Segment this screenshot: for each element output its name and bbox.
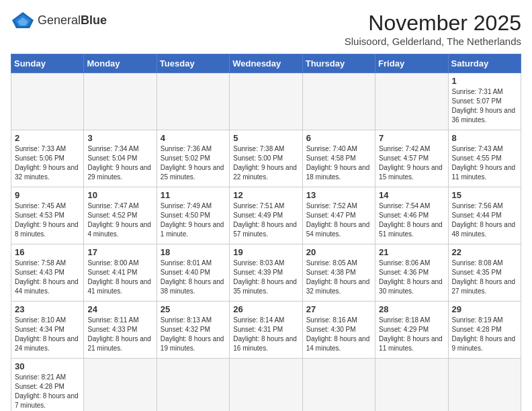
location: Sluisoord, Gelderland, The Netherlands xyxy=(345,36,521,47)
weekday-header-thursday: Thursday xyxy=(302,54,375,73)
day-number: 21 xyxy=(379,247,444,257)
calendar-cell: 5Sunrise: 7:38 AM Sunset: 5:00 PM Daylig… xyxy=(230,130,302,187)
day-number: 8 xyxy=(452,133,517,143)
day-number: 26 xyxy=(233,304,298,314)
calendar-cell: 14Sunrise: 7:54 AM Sunset: 4:46 PM Dayli… xyxy=(375,187,448,244)
calendar-cell xyxy=(302,359,375,412)
calendar-cell: 8Sunrise: 7:43 AM Sunset: 4:55 PM Daylig… xyxy=(448,130,521,187)
logo-text: GeneralBlue xyxy=(38,13,107,28)
calendar-cell xyxy=(157,359,229,412)
calendar-cell xyxy=(84,359,157,412)
day-info: Sunrise: 8:06 AM Sunset: 4:36 PM Dayligh… xyxy=(379,259,444,296)
calendar-table: SundayMondayTuesdayWednesdayThursdayFrid… xyxy=(11,54,521,411)
day-number: 10 xyxy=(87,190,152,200)
month-title: November 2025 xyxy=(345,11,521,36)
day-number: 1 xyxy=(452,76,517,86)
calendar-cell: 22Sunrise: 8:08 AM Sunset: 4:35 PM Dayli… xyxy=(448,244,521,302)
weekday-header-wednesday: Wednesday xyxy=(230,54,302,73)
day-info: Sunrise: 8:14 AM Sunset: 4:31 PM Dayligh… xyxy=(233,316,298,353)
weekday-header-monday: Monday xyxy=(84,54,157,73)
calendar-cell: 23Sunrise: 8:10 AM Sunset: 4:34 PM Dayli… xyxy=(11,302,84,359)
day-info: Sunrise: 8:11 AM Sunset: 4:33 PM Dayligh… xyxy=(87,316,152,353)
logo-icon xyxy=(11,11,35,30)
day-number: 24 xyxy=(87,304,152,314)
day-number: 25 xyxy=(161,304,226,314)
day-number: 30 xyxy=(15,361,80,371)
day-info: Sunrise: 7:34 AM Sunset: 5:04 PM Dayligh… xyxy=(87,144,152,182)
day-number: 4 xyxy=(161,133,226,143)
calendar-cell xyxy=(375,73,448,130)
calendar-cell: 13Sunrise: 7:52 AM Sunset: 4:47 PM Dayli… xyxy=(302,187,375,244)
weekday-header-sunday: Sunday xyxy=(11,54,84,73)
day-info: Sunrise: 8:18 AM Sunset: 4:29 PM Dayligh… xyxy=(379,316,444,353)
calendar-cell xyxy=(230,359,302,412)
week-row-4: 23Sunrise: 8:10 AM Sunset: 4:34 PM Dayli… xyxy=(11,302,521,359)
week-row-5: 30Sunrise: 8:21 AM Sunset: 4:28 PM Dayli… xyxy=(11,359,521,412)
day-number: 19 xyxy=(233,247,298,257)
day-info: Sunrise: 7:31 AM Sunset: 5:07 PM Dayligh… xyxy=(452,87,517,125)
day-info: Sunrise: 8:00 AM Sunset: 4:41 PM Dayligh… xyxy=(87,259,152,296)
day-info: Sunrise: 7:36 AM Sunset: 5:02 PM Dayligh… xyxy=(161,144,226,182)
calendar-cell xyxy=(11,73,84,130)
day-number: 7 xyxy=(379,133,444,143)
day-number: 9 xyxy=(15,190,80,200)
calendar-cell: 15Sunrise: 7:56 AM Sunset: 4:44 PM Dayli… xyxy=(448,187,521,244)
calendar-cell xyxy=(302,73,375,130)
calendar-cell: 3Sunrise: 7:34 AM Sunset: 5:04 PM Daylig… xyxy=(84,130,157,187)
day-info: Sunrise: 7:58 AM Sunset: 4:43 PM Dayligh… xyxy=(15,259,80,296)
logo: GeneralBlue xyxy=(11,11,107,30)
day-number: 18 xyxy=(161,247,226,257)
day-number: 3 xyxy=(87,133,152,143)
calendar-cell: 11Sunrise: 7:49 AM Sunset: 4:50 PM Dayli… xyxy=(157,187,229,244)
calendar-cell: 25Sunrise: 8:13 AM Sunset: 4:32 PM Dayli… xyxy=(157,302,229,359)
calendar-cell: 7Sunrise: 7:42 AM Sunset: 4:57 PM Daylig… xyxy=(375,130,448,187)
calendar-cell: 18Sunrise: 8:01 AM Sunset: 4:40 PM Dayli… xyxy=(157,244,229,302)
calendar-cell: 27Sunrise: 8:16 AM Sunset: 4:30 PM Dayli… xyxy=(302,302,375,359)
day-info: Sunrise: 7:38 AM Sunset: 5:00 PM Dayligh… xyxy=(233,144,298,182)
calendar-cell: 24Sunrise: 8:11 AM Sunset: 4:33 PM Dayli… xyxy=(84,302,157,359)
calendar-cell: 29Sunrise: 8:19 AM Sunset: 4:28 PM Dayli… xyxy=(448,302,521,359)
calendar-cell: 26Sunrise: 8:14 AM Sunset: 4:31 PM Dayli… xyxy=(230,302,302,359)
calendar-cell: 16Sunrise: 7:58 AM Sunset: 4:43 PM Dayli… xyxy=(11,244,84,302)
day-info: Sunrise: 7:56 AM Sunset: 4:44 PM Dayligh… xyxy=(452,201,517,239)
calendar-cell: 2Sunrise: 7:33 AM Sunset: 5:06 PM Daylig… xyxy=(11,130,84,187)
calendar-cell: 1Sunrise: 7:31 AM Sunset: 5:07 PM Daylig… xyxy=(448,73,521,130)
calendar-cell: 4Sunrise: 7:36 AM Sunset: 5:02 PM Daylig… xyxy=(157,130,229,187)
day-number: 15 xyxy=(452,190,517,200)
day-info: Sunrise: 8:01 AM Sunset: 4:40 PM Dayligh… xyxy=(161,259,226,296)
day-info: Sunrise: 7:33 AM Sunset: 5:06 PM Dayligh… xyxy=(15,144,80,182)
day-number: 11 xyxy=(161,190,226,200)
calendar-cell: 20Sunrise: 8:05 AM Sunset: 4:38 PM Dayli… xyxy=(302,244,375,302)
calendar-cell xyxy=(230,73,302,130)
week-row-1: 2Sunrise: 7:33 AM Sunset: 5:06 PM Daylig… xyxy=(11,130,521,187)
day-info: Sunrise: 8:13 AM Sunset: 4:32 PM Dayligh… xyxy=(161,316,226,353)
calendar-cell: 17Sunrise: 8:00 AM Sunset: 4:41 PM Dayli… xyxy=(84,244,157,302)
day-info: Sunrise: 7:47 AM Sunset: 4:52 PM Dayligh… xyxy=(87,201,152,239)
day-number: 13 xyxy=(306,190,371,200)
weekday-header-saturday: Saturday xyxy=(448,54,521,73)
day-info: Sunrise: 8:03 AM Sunset: 4:39 PM Dayligh… xyxy=(233,259,298,296)
calendar-cell: 21Sunrise: 8:06 AM Sunset: 4:36 PM Dayli… xyxy=(375,244,448,302)
calendar-cell: 30Sunrise: 8:21 AM Sunset: 4:28 PM Dayli… xyxy=(11,359,84,412)
calendar-cell: 12Sunrise: 7:51 AM Sunset: 4:49 PM Dayli… xyxy=(230,187,302,244)
day-info: Sunrise: 7:51 AM Sunset: 4:49 PM Dayligh… xyxy=(233,201,298,239)
day-info: Sunrise: 7:42 AM Sunset: 4:57 PM Dayligh… xyxy=(379,144,444,182)
day-number: 29 xyxy=(452,304,517,314)
week-row-0: 1Sunrise: 7:31 AM Sunset: 5:07 PM Daylig… xyxy=(11,73,521,130)
weekday-header-row: SundayMondayTuesdayWednesdayThursdayFrid… xyxy=(11,54,521,73)
calendar-cell: 28Sunrise: 8:18 AM Sunset: 4:29 PM Dayli… xyxy=(375,302,448,359)
day-number: 20 xyxy=(306,247,371,257)
day-info: Sunrise: 8:08 AM Sunset: 4:35 PM Dayligh… xyxy=(452,259,517,296)
day-number: 23 xyxy=(15,304,80,314)
week-row-3: 16Sunrise: 7:58 AM Sunset: 4:43 PM Dayli… xyxy=(11,244,521,302)
calendar-cell xyxy=(84,73,157,130)
week-row-2: 9Sunrise: 7:45 AM Sunset: 4:53 PM Daylig… xyxy=(11,187,521,244)
day-info: Sunrise: 8:21 AM Sunset: 4:28 PM Dayligh… xyxy=(15,373,80,410)
day-number: 12 xyxy=(233,190,298,200)
day-info: Sunrise: 8:10 AM Sunset: 4:34 PM Dayligh… xyxy=(15,316,80,353)
day-number: 5 xyxy=(233,133,298,143)
day-info: Sunrise: 7:40 AM Sunset: 4:58 PM Dayligh… xyxy=(306,144,371,182)
day-number: 28 xyxy=(379,304,444,314)
day-info: Sunrise: 7:43 AM Sunset: 4:55 PM Dayligh… xyxy=(452,144,517,182)
calendar-cell xyxy=(375,359,448,412)
